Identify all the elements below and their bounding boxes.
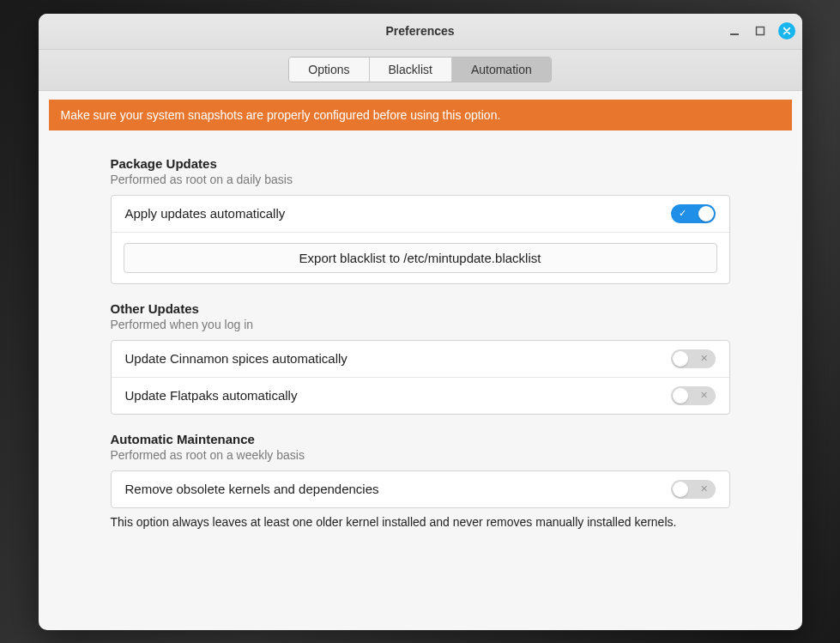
window-title: Preferences xyxy=(385,24,454,38)
row-cinnamon-spices: Update Cinnamon spices automatically ✕ xyxy=(112,341,729,378)
section-package-updates: Package Updates Performed as root on a d… xyxy=(111,156,730,284)
titlebar: Preferences xyxy=(39,14,802,50)
section-subtitle: Performed when you log in xyxy=(111,318,730,331)
section-subtitle: Performed as root on a weekly basis xyxy=(111,448,730,462)
section-subtitle: Performed as root on a daily basis xyxy=(111,173,730,186)
row-label: Remove obsolete kernels and dependencies xyxy=(125,482,379,496)
cross-icon: ✕ xyxy=(700,353,708,364)
warning-banner: Make sure your system snapshots are prop… xyxy=(49,100,792,130)
row-apply-updates: Apply updates automatically ✓ xyxy=(112,196,729,233)
svg-rect-0 xyxy=(730,33,739,35)
panel-package: Apply updates automatically ✓ Export bla… xyxy=(111,195,730,284)
row-label: Update Flatpaks automatically xyxy=(125,388,298,403)
row-label: Apply updates automatically xyxy=(125,206,286,221)
export-blacklist-button[interactable]: Export blacklist to /etc/mintupdate.blac… xyxy=(124,243,717,273)
row-flatpaks: Update Flatpaks automatically ✕ xyxy=(112,378,729,414)
toggle-remove-kernels[interactable]: ✕ xyxy=(671,480,716,499)
tabs: Options Blacklist Automation xyxy=(288,57,551,82)
panel-other: Update Cinnamon spices automatically ✕ U… xyxy=(111,340,730,415)
tab-automation[interactable]: Automation xyxy=(452,58,551,82)
check-icon: ✓ xyxy=(679,208,686,219)
toggle-apply-updates[interactable]: ✓ xyxy=(671,204,716,223)
toggle-flatpaks[interactable]: ✕ xyxy=(671,386,716,405)
section-note: This option always leaves at least one o… xyxy=(111,515,730,529)
section-title: Package Updates xyxy=(111,156,730,171)
tab-blacklist[interactable]: Blacklist xyxy=(370,58,452,82)
switch-knob xyxy=(673,388,688,403)
section-title: Automatic Maintenance xyxy=(111,432,730,446)
close-icon xyxy=(783,27,791,35)
preferences-window: Preferences Options Blacklist Automation… xyxy=(39,14,802,630)
tabbar: Options Blacklist Automation xyxy=(39,50,802,91)
row-remove-kernels: Remove obsolete kernels and dependencies… xyxy=(112,471,729,507)
panel-maint: Remove obsolete kernels and dependencies… xyxy=(111,470,730,508)
content-area: Package Updates Performed as root on a d… xyxy=(39,130,802,630)
svg-rect-1 xyxy=(756,27,764,35)
maximize-button[interactable] xyxy=(752,23,768,39)
toggle-cinnamon-spices[interactable]: ✕ xyxy=(671,349,716,368)
minimize-icon xyxy=(729,26,740,36)
switch-knob xyxy=(698,206,714,221)
maximize-icon xyxy=(755,26,765,36)
tab-options[interactable]: Options xyxy=(289,58,369,82)
switch-knob xyxy=(673,351,688,367)
section-title: Other Updates xyxy=(111,301,730,316)
cross-icon: ✕ xyxy=(700,483,708,494)
section-automatic-maintenance: Automatic Maintenance Performed as root … xyxy=(111,432,730,529)
row-export-blacklist: Export blacklist to /etc/mintupdate.blac… xyxy=(112,233,729,283)
cross-icon: ✕ xyxy=(700,390,708,401)
close-button[interactable] xyxy=(778,22,795,39)
section-other-updates: Other Updates Performed when you log in … xyxy=(111,301,730,415)
row-label: Update Cinnamon spices automatically xyxy=(125,351,347,366)
window-controls xyxy=(727,22,795,39)
minimize-button[interactable] xyxy=(727,23,742,39)
switch-knob xyxy=(673,482,688,497)
